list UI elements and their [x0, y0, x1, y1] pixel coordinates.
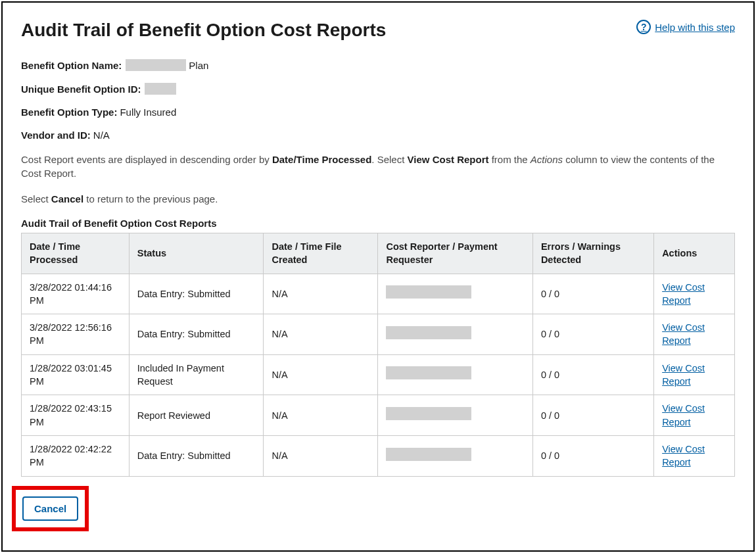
cell-status: Data Entry: Submitted: [129, 274, 264, 314]
table-row: 3/28/2022 01:44:16 PMData Entry: Submitt…: [22, 274, 735, 314]
benefit-type-line: Benefit Option Type: Fully Insured: [21, 107, 735, 118]
cell-date-processed: 3/28/2022 01:44:16 PM: [22, 274, 130, 314]
instruction-line-1: Cost Report events are displayed in desc…: [21, 153, 735, 180]
cell-errors: 0 / 0: [532, 395, 653, 436]
help-link[interactable]: ? Help with this step: [636, 20, 735, 34]
redacted-reporter: [386, 407, 471, 420]
cell-actions: View Cost Report: [654, 435, 735, 476]
benefit-option-name-suffix: Plan: [189, 60, 208, 71]
cell-status: Data Entry: Submitted: [129, 435, 264, 476]
redacted-reporter: [386, 366, 471, 379]
unique-id-label: Unique Benefit Option ID:: [21, 84, 141, 95]
view-cost-report-link[interactable]: View Cost Report: [662, 322, 705, 346]
cell-date-created: N/A: [264, 435, 378, 476]
cell-actions: View Cost Report: [654, 274, 735, 314]
cell-reporter: [378, 395, 532, 436]
table-header-row: Date / Time Processed Status Date / Time…: [22, 233, 735, 274]
cell-date-processed: 1/28/2022 02:42:22 PM: [22, 435, 130, 476]
redacted-benefit-name: [126, 59, 186, 71]
cell-errors: 0 / 0: [532, 314, 653, 355]
page-title: Audit Trail of Benefit Option Cost Repor…: [21, 20, 386, 41]
cell-date-created: N/A: [264, 274, 378, 314]
table-row: 1/28/2022 02:43:15 PMReport ReviewedN/A0…: [22, 395, 735, 436]
th-date-created: Date / Time File Created: [264, 233, 378, 274]
vendor-value: N/A: [93, 130, 110, 141]
cell-date-created: N/A: [264, 354, 378, 395]
unique-id-line: Unique Benefit Option ID:: [21, 83, 735, 95]
table-row: 1/28/2022 02:42:22 PMData Entry: Submitt…: [22, 435, 735, 476]
instruction-line-2: Select Cancel to return to the previous …: [21, 192, 735, 206]
th-errors: Errors / Warnings Detected: [532, 233, 653, 274]
cell-status: Report Reviewed: [129, 395, 264, 436]
page-frame: Audit Trail of Benefit Option Cost Repor…: [1, 1, 755, 552]
vendor-label: Vendor and ID:: [21, 130, 91, 141]
cell-status: Data Entry: Submitted: [129, 314, 264, 355]
benefit-option-name-line: Benefit Option Name: Plan: [21, 59, 735, 71]
th-status: Status: [129, 233, 264, 274]
benefit-option-name-label: Benefit Option Name:: [21, 60, 122, 71]
cell-date-processed: 3/28/2022 12:56:16 PM: [22, 314, 130, 355]
view-cost-report-link[interactable]: View Cost Report: [662, 403, 705, 427]
help-link-label: Help with this step: [655, 22, 735, 33]
cell-reporter: [378, 314, 532, 355]
view-cost-report-link[interactable]: View Cost Report: [662, 282, 705, 306]
cancel-button[interactable]: Cancel: [22, 496, 78, 521]
vendor-line: Vendor and ID: N/A: [21, 130, 735, 141]
th-actions: Actions: [654, 233, 735, 274]
th-date-processed: Date / Time Processed: [22, 233, 130, 274]
benefit-type-value: Fully Insured: [120, 107, 176, 118]
redacted-reporter: [386, 448, 471, 461]
redacted-unique-id: [145, 83, 176, 95]
help-icon: ?: [636, 20, 651, 34]
redacted-reporter: [386, 285, 471, 299]
benefit-type-label: Benefit Option Type:: [21, 107, 117, 118]
cell-status: Included In Payment Request: [129, 354, 264, 395]
cell-actions: View Cost Report: [654, 395, 735, 436]
cell-date-created: N/A: [264, 314, 378, 355]
cell-date-processed: 1/28/2022 03:01:45 PM: [22, 354, 130, 395]
cell-actions: View Cost Report: [654, 354, 735, 395]
cell-errors: 0 / 0: [532, 274, 653, 314]
cell-date-created: N/A: [264, 395, 378, 436]
th-reporter: Cost Reporter / Payment Requester: [378, 233, 532, 274]
table-row: 1/28/2022 03:01:45 PMIncluded In Payment…: [22, 354, 735, 395]
cell-actions: View Cost Report: [654, 314, 735, 355]
view-cost-report-link[interactable]: View Cost Report: [662, 444, 705, 468]
cell-errors: 0 / 0: [532, 354, 653, 395]
view-cost-report-link[interactable]: View Cost Report: [662, 363, 705, 387]
cell-reporter: [378, 435, 532, 476]
audit-trail-table: Date / Time Processed Status Date / Time…: [21, 233, 735, 477]
cell-date-processed: 1/28/2022 02:43:15 PM: [22, 395, 130, 436]
redacted-reporter: [386, 326, 471, 339]
cancel-highlight-box: Cancel: [12, 486, 89, 531]
benefit-info-group: Benefit Option Name: Plan Unique Benefit…: [21, 59, 735, 141]
cell-errors: 0 / 0: [532, 435, 653, 476]
header-row: Audit Trail of Benefit Option Cost Repor…: [21, 20, 735, 41]
table-caption: Audit Trail of Benefit Option Cost Repor…: [21, 218, 735, 229]
cell-reporter: [378, 274, 532, 314]
table-row: 3/28/2022 12:56:16 PMData Entry: Submitt…: [22, 314, 735, 355]
cell-reporter: [378, 354, 532, 395]
